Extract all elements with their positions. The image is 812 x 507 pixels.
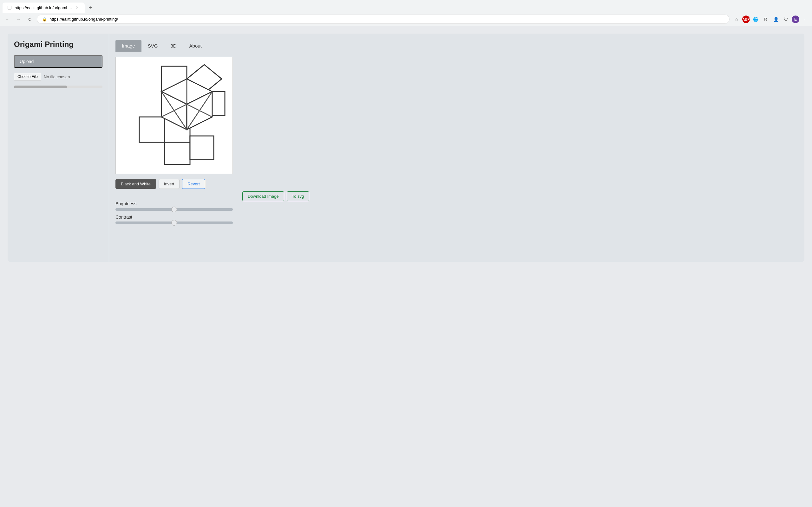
address-bar: ← → ↻ 🔒 https://ealitt.github.io/origami… [0,13,812,26]
tab-favicon-icon [8,5,12,10]
abp-icon[interactable]: ABP [742,15,750,23]
origami-image [120,61,228,169]
tab-about[interactable]: About [183,40,208,52]
download-image-button[interactable]: Download Image [242,191,284,201]
to-svg-button[interactable]: To svg [287,191,310,201]
toolbar-icons: ☆ ABP 🌐 R 👤 🛡 E ⋮ [732,15,809,24]
download-area: Download Image To svg [242,191,309,201]
menu-icon[interactable]: ⋮ [801,15,809,24]
r-icon[interactable]: R [761,15,770,24]
contrast-label: Contrast [115,215,798,220]
invert-button[interactable]: Invert [159,179,180,189]
tab-title: https://ealitt.github.io/origami-... [14,5,72,10]
sidebar: Origami Printing Upload Choose File No f… [8,34,109,262]
file-name-label: No file chosen [44,74,70,79]
brightness-label: Brightness [115,201,798,206]
brightness-slider-group: Brightness [115,201,798,211]
svg-rect-0 [8,6,11,9]
image-display [115,57,233,174]
upload-tab-button[interactable]: Upload [14,55,102,68]
new-tab-button[interactable]: + [86,3,95,12]
choose-file-button[interactable]: Choose File [14,73,41,80]
tab-bar: https://ealitt.github.io/origami-... ✕ + [0,0,812,13]
contrast-slider-thumb[interactable] [171,220,177,226]
svg-rect-8 [190,136,214,160]
svg-rect-5 [139,117,165,142]
app-title: Origami Printing [14,40,102,49]
globe-icon[interactable]: 🌐 [751,15,760,24]
back-button[interactable]: ← [3,15,11,24]
page-content: Origami Printing Upload Choose File No f… [0,26,812,269]
tab-3d[interactable]: 3D [164,40,183,52]
tab-close-button[interactable]: ✕ [74,5,80,10]
user-avatar[interactable]: E [792,15,799,23]
tabs: Image SVG 3D About [115,40,798,52]
forward-button[interactable]: → [14,15,23,24]
contrast-slider-track[interactable] [115,222,233,224]
app-container: Origami Printing Upload Choose File No f… [8,34,804,262]
main-panel: Image SVG 3D About [109,34,804,262]
browser-chrome: https://ealitt.github.io/origami-... ✕ +… [0,0,812,26]
image-controls-row: Black and White Invert Revert Download I… [115,179,369,201]
brightness-slider-track[interactable] [115,208,233,211]
tab-image[interactable]: Image [115,40,142,52]
bookmark-icon[interactable]: ☆ [732,15,741,24]
brightness-slider-thumb[interactable] [171,207,177,212]
reload-button[interactable]: ↻ [26,15,34,24]
svg-rect-7 [165,142,190,164]
browser-tab[interactable]: https://ealitt.github.io/origami-... ✕ [3,3,85,13]
lock-icon: 🔒 [42,17,47,21]
contrast-slider-group: Contrast [115,215,798,224]
tab-svg[interactable]: SVG [142,40,164,52]
file-input-area: Choose File No file chosen [14,73,102,80]
black-white-button[interactable]: Black and White [115,179,156,189]
address-input[interactable]: 🔒 https://ealitt.github.io/origami-print… [37,14,729,24]
url-text: https://ealitt.github.io/origami-printin… [49,17,118,21]
shield-icon[interactable]: 🛡 [781,15,791,24]
sidebar-scrollbar-thumb [14,86,67,88]
profile-icon[interactable]: 👤 [771,15,780,24]
sidebar-scrollbar[interactable] [14,86,102,88]
revert-button[interactable]: Revert [182,179,205,189]
